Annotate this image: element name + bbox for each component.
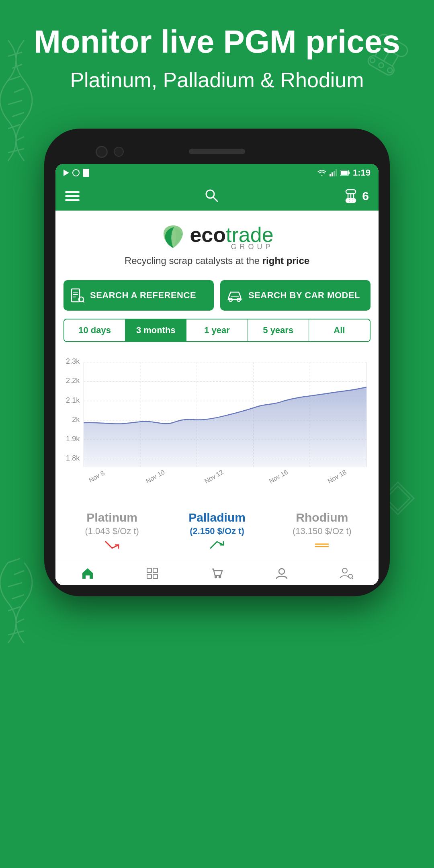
- header-subtitle: Platinum, Palladium & Rhodium: [16, 68, 418, 92]
- svg-rect-32: [330, 174, 331, 176]
- header-title: Monitor live PGM prices: [16, 24, 418, 59]
- svg-text:Nov 18: Nov 18: [326, 468, 348, 485]
- status-time: 1:19: [353, 168, 371, 178]
- platinum-value: (1.043 $/Oz t): [63, 526, 161, 536]
- app-content: eco trade GROUP Recycling scrap catalyst…: [55, 211, 379, 585]
- status-bar-right: 1:19: [317, 168, 371, 178]
- filter-all[interactable]: All: [309, 319, 370, 341]
- search-reference-label: SEARCH A REFERENCE: [90, 290, 196, 301]
- play-icon: [63, 170, 69, 176]
- header-section: Monitor live PGM prices Platinum, Pallad…: [0, 0, 434, 104]
- cart-icon: [210, 567, 224, 580]
- logo-container: eco trade GROUP: [63, 223, 371, 251]
- svg-text:2.1k: 2.1k: [66, 396, 80, 404]
- svg-text:Nov 8: Nov 8: [88, 469, 106, 484]
- palladium-label: Palladium: [168, 511, 266, 524]
- search-button[interactable]: [204, 188, 219, 204]
- filter-1year[interactable]: 1 year: [186, 319, 248, 341]
- platinum-label: Platinum: [63, 511, 161, 524]
- filter-5years[interactable]: 5 years: [248, 319, 309, 341]
- svg-point-89: [342, 568, 347, 573]
- rhodium-price: Rhodium (13.150 $/Oz t): [270, 508, 375, 556]
- nav-search-people[interactable]: [314, 565, 379, 582]
- svg-rect-85: [153, 574, 158, 579]
- svg-rect-38: [341, 171, 348, 175]
- tagline: Recycling scrap catalysts at the right p…: [63, 255, 371, 266]
- circle-icon: [72, 169, 80, 176]
- catalyst-icon: [343, 188, 359, 204]
- svg-text:1.9k: 1.9k: [66, 435, 80, 443]
- search-car-label: SEARCH BY CAR MODEL: [248, 290, 360, 301]
- reference-icon: [70, 288, 84, 303]
- search-car-button[interactable]: SEARCH BY CAR MODEL: [220, 280, 371, 311]
- filter-10days[interactable]: 10 days: [64, 319, 125, 341]
- toolbar-right: 6: [343, 188, 369, 204]
- nav-profile[interactable]: [249, 565, 314, 582]
- chart-area: 2.3k 2.2k 2.1k 2k 1.9k 1.8k Nov 8 Nov 10…: [55, 348, 379, 501]
- signal-icon: [330, 169, 337, 176]
- svg-point-48: [352, 199, 355, 202]
- price-chart: 2.3k 2.2k 2.1k 2k 1.9k 1.8k Nov 8 Nov 10…: [59, 352, 375, 501]
- menu-button[interactable]: [65, 191, 80, 201]
- logo-eco: eco: [190, 223, 226, 247]
- nav-home[interactable]: [55, 565, 120, 582]
- status-bar-left: [63, 169, 89, 177]
- palladium-price: Palladium (2.150 $/Oz t): [164, 508, 269, 556]
- svg-text:Nov 16: Nov 16: [268, 468, 289, 485]
- rhodium-label: Rhodium: [273, 511, 371, 524]
- svg-rect-34: [334, 171, 335, 176]
- svg-point-86: [215, 576, 217, 578]
- home-icon: [81, 567, 94, 580]
- profile-icon: [275, 567, 289, 580]
- svg-text:2.2k: 2.2k: [66, 377, 80, 385]
- svg-point-90: [348, 574, 352, 578]
- action-buttons: SEARCH A REFERENCE SEARCH BY CAR MODEL: [55, 270, 379, 317]
- svg-rect-84: [147, 574, 151, 579]
- svg-text:2k: 2k: [72, 416, 80, 424]
- platinum-trend: [63, 540, 161, 553]
- rhodium-value: (13.150 $/Oz t): [273, 526, 371, 536]
- search-reference-button[interactable]: SEARCH A REFERENCE: [63, 280, 214, 311]
- bottom-nav: [55, 560, 379, 585]
- nav-cart[interactable]: [185, 565, 250, 582]
- svg-point-87: [219, 576, 221, 578]
- phone-screen: 1:19: [55, 164, 379, 585]
- phone-device: 1:19: [44, 129, 390, 596]
- svg-text:Nov 10: Nov 10: [145, 468, 166, 485]
- sim-icon: [83, 169, 89, 177]
- svg-line-54: [83, 301, 84, 303]
- svg-point-46: [347, 199, 349, 202]
- svg-text:2.3k: 2.3k: [66, 357, 80, 365]
- svg-point-88: [279, 569, 285, 574]
- svg-text:1.8k: 1.8k: [66, 454, 80, 462]
- phone-outer: 1:19: [44, 129, 390, 596]
- phone-camera-left: [96, 146, 108, 158]
- time-filter-tabs: 10 days 3 months 1 year 5 years All: [63, 319, 371, 342]
- svg-rect-83: [153, 568, 158, 573]
- price-section: Platinum (1.043 $/Oz t) Palladium (2.: [55, 501, 379, 560]
- search-icon: [204, 188, 219, 203]
- svg-rect-37: [348, 172, 350, 174]
- svg-rect-82: [147, 568, 151, 573]
- tagline-normal: Recycling scrap catalysts at the: [125, 255, 262, 266]
- tagline-bold: right price: [262, 255, 309, 266]
- phone-top-bar: [55, 140, 379, 164]
- svg-rect-35: [336, 169, 337, 176]
- rhodium-trend: [273, 540, 371, 553]
- svg-point-47: [350, 199, 352, 202]
- battery-icon: [340, 170, 350, 176]
- nav-grid[interactable]: [120, 565, 185, 582]
- filter-3months[interactable]: 3 months: [125, 319, 186, 341]
- logo-icon: [160, 224, 186, 250]
- platinum-price: Platinum (1.043 $/Oz t): [59, 508, 164, 556]
- svg-line-91: [352, 578, 353, 579]
- svg-rect-41: [346, 190, 356, 194]
- palladium-value: (2.150 $/Oz t): [168, 526, 266, 536]
- grid-icon: [145, 567, 159, 580]
- app-toolbar: 6: [55, 182, 379, 211]
- people-search-icon: [340, 567, 353, 580]
- svg-text:Nov 12: Nov 12: [203, 468, 224, 485]
- badge-count: 6: [362, 189, 369, 203]
- svg-rect-33: [332, 172, 333, 176]
- phone-camera-right: [114, 147, 124, 157]
